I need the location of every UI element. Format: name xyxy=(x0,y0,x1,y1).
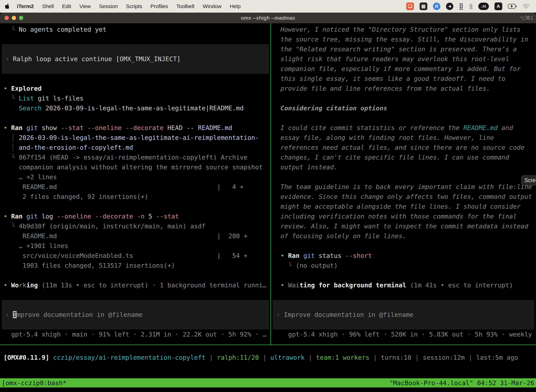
terminal-blank-line xyxy=(281,93,536,103)
terminal-blank-line xyxy=(281,290,536,300)
terminal-blank-line xyxy=(4,34,270,44)
terminal-line: changes, I can't cite specific file line… xyxy=(281,152,536,162)
terminal-line: └ 067f154 (HEAD -> essay/ai-reimplementa… xyxy=(4,152,270,162)
terminal-blank-line xyxy=(4,74,270,84)
terminal-line: README.md | 4 + xyxy=(4,182,270,192)
terminal-line: provide file and line references from th… xyxy=(281,84,536,93)
terminal-line: … +2 lines xyxy=(4,172,270,182)
battery-icon[interactable] xyxy=(508,4,517,9)
terminal-line: 2 files changed, 92 insertions(+) xyxy=(4,192,270,202)
terminal-line: including verification notes with those … xyxy=(281,211,536,221)
menu-window[interactable]: Window xyxy=(203,3,222,9)
terminal-blank-line xyxy=(4,202,270,211)
terminal-line: … +1901 lines xyxy=(4,241,270,251)
prompt[interactable]: › Improve documentation in @filename xyxy=(273,300,534,330)
terminal-line: slight risk that future readers may over… xyxy=(281,54,536,64)
screen: iTerm2ShellEditViewSessionScriptsProfile… xyxy=(0,0,536,392)
terminal-line: └ (no output) xyxy=(281,261,536,271)
terminal-line: README.md | 280 + xyxy=(4,231,270,241)
menu-help[interactable]: Help xyxy=(230,3,241,9)
omx-status-line: [OMX#0.11.9] cczip/essay/ai-reimplementa… xyxy=(4,353,518,363)
menu-iterm2[interactable]: iTerm2 xyxy=(17,3,34,9)
iterm-window: omx --xhigh --madmax ⌥⌘1 └ No agents com… xyxy=(0,13,536,392)
injected-message-box: › Ralph loop active continue [OMX_TMUX_I… xyxy=(2,44,269,74)
dark-crescent-icon[interactable]: ◄ xyxy=(446,3,453,10)
prompt[interactable]: › Improve documentation in @filename xyxy=(2,300,269,330)
terminal-line: references need actual files, and since … xyxy=(281,143,536,152)
terminal-line: └ List git ls-files xyxy=(4,93,270,103)
terminal-line: • Waiting for background terminal (1m 41… xyxy=(281,280,536,290)
terminal-line: I could cite commit statistics or refere… xyxy=(281,123,536,133)
tmux-status-bar: [omx-cczip0:bash* "MacBook-Pro-44.local"… xyxy=(0,378,536,387)
menu-session[interactable]: Session xyxy=(99,3,118,9)
terminal-line: • Ran git status --short xyxy=(281,251,536,261)
terminal-blank-line xyxy=(281,241,536,251)
terminal-blank-line xyxy=(4,290,270,300)
terminal-line: Considering citation options xyxy=(281,103,536,113)
menu-edit[interactable]: Edit xyxy=(62,3,71,9)
menu-view[interactable]: View xyxy=(80,3,91,9)
terminal-blank-line xyxy=(4,271,270,280)
terminal-line: the source tree, missing the essay. Stil… xyxy=(281,34,536,44)
terminal-line: gpt-5.4 xhigh · main · 91% left · 2.31M … xyxy=(4,330,270,339)
tmux-host-clock: "MacBook-Pro-44.local" 04:52 31-Mar-26 xyxy=(389,379,534,387)
pane-divider-horizontal xyxy=(0,345,536,345)
screen-tooltip: Scre xyxy=(521,175,536,186)
menu-bar: iTerm2ShellEditViewSessionScriptsProfile… xyxy=(0,0,536,13)
terminal-line: might be acceptable alongside the file l… xyxy=(281,202,536,211)
terminal-line: the "Related research writing" section i… xyxy=(281,44,536,54)
terminal-line: • Ran git log --oneline --decorate -n 5 … xyxy=(4,211,270,221)
terminal-line: • Ran git show --stat --oneline --decora… xyxy=(4,123,270,133)
terminal-line: The team guideline is to back every impo… xyxy=(281,182,536,192)
terminal-blank-line xyxy=(281,271,536,280)
terminal-line: evidence. Since this change only affects… xyxy=(281,192,536,202)
terminal-line: 1903 files changed, 513517 insertions(+) xyxy=(4,261,270,271)
menu-profiles[interactable]: Profiles xyxy=(150,3,168,9)
terminal-line: └ 4b9d30f (origin/main, instructkr/main,… xyxy=(4,221,270,231)
terminal-line: › Improve documentation in @filename xyxy=(5,310,143,320)
badge-61-icon[interactable]: ..61 xyxy=(478,3,489,10)
left-terminal-pane[interactable]: └ No agents completed yet› Ralph loop ac… xyxy=(0,23,270,345)
terminal-line: output instead. xyxy=(281,162,536,172)
terminal-line: essay file, along with finding root file… xyxy=(281,133,536,143)
terminal-line: › Improve documentation in @filename xyxy=(276,310,413,320)
terminal-line: Search 2026-03-09-is-legal-the-same-as-l… xyxy=(4,103,270,113)
wifi-icon[interactable] xyxy=(522,4,530,9)
chat-app-icon[interactable]: ❏ xyxy=(406,2,414,10)
terminal-line: of focusing solely on file lines. xyxy=(281,231,536,241)
dots-grid-icon[interactable]: ⣿ xyxy=(459,3,464,10)
right-terminal-pane[interactable]: However, I noticed the "Directory Struct… xyxy=(271,23,536,345)
menu-items: iTerm2ShellEditViewSessionScriptsProfile… xyxy=(17,3,241,9)
terminal-line: › Ralph loop active continue [OMX_TMUX_I… xyxy=(5,54,181,64)
menu-scripts[interactable]: Scripts xyxy=(126,3,142,9)
terminal-line: However, I noticed the "Directory Struct… xyxy=(281,25,536,34)
terminal-blank-line xyxy=(281,113,536,123)
screen-tooltip-text: Scre xyxy=(524,177,536,183)
terminal-line: │ 2026-03-09-is-legal-the-same-as-legiti… xyxy=(4,133,270,143)
terminal-line: gpt-5.4 xhigh · 96% left · 520K in · 5.8… xyxy=(281,330,536,339)
menu-status-icons: ❏▦N◄⣿§..61A xyxy=(406,2,530,10)
terminal-line: this single essay, it seems like a good … xyxy=(281,74,536,84)
terminal-line: └ No agents completed yet xyxy=(4,25,270,34)
terminal-line: companion file, especially if more comme… xyxy=(281,64,536,74)
menu-toolbelt[interactable]: Toolbelt xyxy=(176,3,195,9)
terminal-line: • Explored xyxy=(4,84,270,93)
shield-grid-icon[interactable]: ▦ xyxy=(420,2,427,10)
terminal-line: src/voice/voiceModeEnabled.ts | 54 + xyxy=(4,251,270,261)
window-title: omx --xhigh --madmax xyxy=(0,13,536,23)
a-app-icon[interactable]: A xyxy=(494,2,502,10)
window-shortcut-badge: ⌥⌘1 xyxy=(519,13,533,23)
terminal-line: companion analysis without altering the … xyxy=(4,162,270,172)
tmux-session-label: [omx-cczip0:bash* xyxy=(2,379,67,387)
terminal-blank-line xyxy=(4,113,270,123)
terminal-line: review. Also, I might want to inspect th… xyxy=(281,221,536,231)
terminal-line: │ and-the-erosion-of-copyleft.md xyxy=(4,143,270,152)
terminal-line: • Working (11m 13s • esc to interrupt) ·… xyxy=(4,280,270,290)
blue-n-badge-icon[interactable]: N xyxy=(433,3,440,10)
menu-shell[interactable]: Shell xyxy=(42,3,54,9)
squiggle-icon[interactable]: § xyxy=(469,3,473,10)
window-title-bar[interactable]: omx --xhigh --madmax ⌥⌘1 xyxy=(0,13,536,23)
apple-icon[interactable] xyxy=(5,3,10,9)
terminal-blank-line xyxy=(281,172,536,182)
